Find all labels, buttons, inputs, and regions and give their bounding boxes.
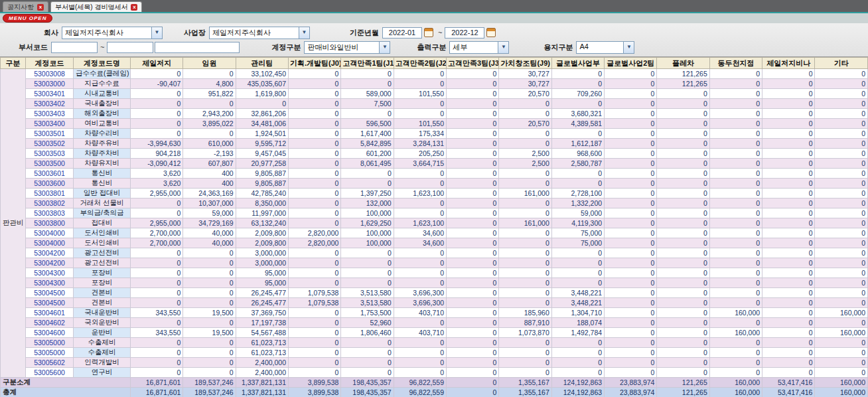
- amount-cell[interactable]: 0: [657, 139, 709, 149]
- amount-cell[interactable]: 17,197,738: [236, 318, 288, 328]
- amount-cell[interactable]: 0: [394, 258, 446, 268]
- amount-cell[interactable]: 0: [762, 298, 815, 308]
- amount-cell[interactable]: 0: [762, 368, 815, 378]
- amount-cell[interactable]: 0: [551, 79, 604, 89]
- amount-cell[interactable]: 0: [815, 159, 868, 169]
- amount-cell[interactable]: 205,250: [394, 149, 446, 159]
- table-row[interactable]: 53004500견본비0026,245,4771,079,5383,513,58…: [1, 288, 868, 298]
- amount-cell[interactable]: 0: [499, 139, 551, 149]
- amount-cell[interactable]: 0: [709, 268, 762, 278]
- amount-cell[interactable]: 0: [289, 109, 341, 119]
- amount-cell[interactable]: 0: [289, 198, 341, 208]
- amount-cell[interactable]: 0: [289, 358, 341, 368]
- account-code-cell[interactable]: 53003403: [26, 109, 74, 119]
- amount-cell[interactable]: 0: [499, 258, 551, 268]
- calendar-icon[interactable]: [486, 28, 496, 37]
- amount-cell[interactable]: 0: [657, 179, 709, 189]
- amount-cell[interactable]: 403,710: [394, 328, 446, 338]
- amount-cell[interactable]: 0: [183, 69, 236, 79]
- amount-cell[interactable]: 2,700,000: [131, 238, 183, 248]
- amount-cell[interactable]: 0: [394, 169, 446, 179]
- amount-cell[interactable]: 0: [447, 89, 499, 99]
- amount-cell[interactable]: 34,729,169: [183, 218, 236, 228]
- amount-cell[interactable]: 0: [762, 308, 815, 318]
- amount-cell[interactable]: 0: [447, 139, 499, 149]
- amount-cell[interactable]: 0: [551, 278, 604, 288]
- amount-cell[interactable]: 0: [394, 248, 446, 258]
- amount-cell[interactable]: 0: [762, 328, 815, 338]
- amount-cell[interactable]: 0: [131, 268, 183, 278]
- table-row[interactable]: 53004601국내운반비343,55019,50037,369,75001,7…: [1, 308, 868, 318]
- amount-cell[interactable]: 0: [447, 119, 499, 129]
- amount-cell[interactable]: 0: [709, 258, 762, 268]
- amount-cell[interactable]: 2,943,200: [183, 109, 236, 119]
- amount-cell[interactable]: 0: [605, 169, 657, 179]
- amount-cell[interactable]: 0: [657, 328, 709, 338]
- table-row[interactable]: 판관비53003008급수수료(클레임)0033,102,450000030,7…: [1, 69, 868, 79]
- amount-cell[interactable]: 0: [605, 228, 657, 238]
- amount-cell[interactable]: 596,500: [341, 119, 394, 129]
- amount-cell[interactable]: 0: [551, 348, 604, 358]
- amount-cell[interactable]: 0: [394, 358, 446, 368]
- amount-cell[interactable]: 3,620: [131, 169, 183, 179]
- amount-cell[interactable]: 0: [499, 238, 551, 248]
- account-name-cell[interactable]: 도서인쇄비: [74, 228, 131, 238]
- amount-cell[interactable]: 161,000: [499, 189, 551, 198]
- amount-cell[interactable]: 9,457,045: [236, 149, 288, 159]
- workplace-select[interactable]: 제일저지주식회사 ▼: [209, 27, 310, 39]
- amount-cell[interactable]: 0: [289, 318, 341, 328]
- amount-cell[interactable]: 9,805,887: [236, 169, 288, 179]
- amount-cell[interactable]: 11,997,000: [236, 208, 288, 218]
- amount-cell[interactable]: 2,500: [499, 149, 551, 159]
- table-row[interactable]: 53004500견본비0026,245,4771,079,5383,513,58…: [1, 298, 868, 308]
- account-name-cell[interactable]: 차량주차비: [74, 149, 131, 159]
- amount-cell[interactable]: 0: [289, 169, 341, 179]
- amount-cell[interactable]: 0: [605, 248, 657, 258]
- account-code-cell[interactable]: 53003801: [26, 189, 74, 198]
- amount-cell[interactable]: 0: [394, 338, 446, 348]
- amount-cell[interactable]: 0: [183, 318, 236, 328]
- amount-cell[interactable]: 0: [762, 99, 815, 109]
- amount-cell[interactable]: 0: [709, 348, 762, 358]
- amount-cell[interactable]: 400: [183, 179, 236, 189]
- amount-cell[interactable]: 0: [762, 358, 815, 368]
- table-row[interactable]: 53004200광고선전비003,000,00000000000000: [1, 258, 868, 268]
- amount-cell[interactable]: 1,623,100: [394, 218, 446, 228]
- amount-cell[interactable]: 0: [341, 179, 394, 189]
- account-code-cell[interactable]: 53003600: [26, 179, 74, 189]
- account-name-cell[interactable]: 부의금/축의금: [74, 208, 131, 218]
- table-row[interactable]: 53003800접대비2,955,00034,729,16963,132,240…: [1, 218, 868, 228]
- amount-cell[interactable]: 0: [131, 99, 183, 109]
- amount-cell[interactable]: 0: [657, 298, 709, 308]
- amount-cell[interactable]: 951,822: [183, 89, 236, 99]
- account-name-cell[interactable]: 통신비: [74, 179, 131, 189]
- amount-cell[interactable]: 3,513,580: [341, 288, 394, 298]
- amount-cell[interactable]: 0: [289, 179, 341, 189]
- amount-cell[interactable]: 0: [815, 238, 868, 248]
- table-row[interactable]: 53003601통신비3,6204009,805,88700000000000: [1, 169, 868, 179]
- amount-cell[interactable]: 0: [289, 208, 341, 218]
- account-name-cell[interactable]: 견본비: [74, 288, 131, 298]
- amount-cell[interactable]: 0: [762, 248, 815, 258]
- amount-cell[interactable]: 0: [289, 69, 341, 79]
- amount-cell[interactable]: 0: [183, 258, 236, 268]
- amount-cell[interactable]: 0: [709, 69, 762, 79]
- amount-cell[interactable]: 0: [447, 208, 499, 218]
- amount-cell[interactable]: 1,079,538: [289, 288, 341, 298]
- table-row[interactable]: 53004200광고선전비003,000,00000000000000: [1, 248, 868, 258]
- account-code-cell[interactable]: 53004200: [26, 248, 74, 258]
- amount-cell[interactable]: 0: [499, 298, 551, 308]
- account-name-cell[interactable]: 국내운반비: [74, 308, 131, 318]
- amount-cell[interactable]: 0: [289, 338, 341, 348]
- amount-cell[interactable]: 0: [131, 358, 183, 368]
- amount-cell[interactable]: 0: [131, 129, 183, 139]
- amount-cell[interactable]: 175,334: [394, 129, 446, 139]
- amount-cell[interactable]: 0: [709, 248, 762, 258]
- account-name-cell[interactable]: 거래처 선물비: [74, 198, 131, 208]
- amount-cell[interactable]: 1,073,870: [499, 328, 551, 338]
- amount-cell[interactable]: 0: [815, 358, 868, 368]
- amount-cell[interactable]: 0: [815, 99, 868, 109]
- amount-cell[interactable]: 0: [762, 238, 815, 248]
- amount-cell[interactable]: 0: [762, 268, 815, 278]
- amount-cell[interactable]: 601,200: [341, 149, 394, 159]
